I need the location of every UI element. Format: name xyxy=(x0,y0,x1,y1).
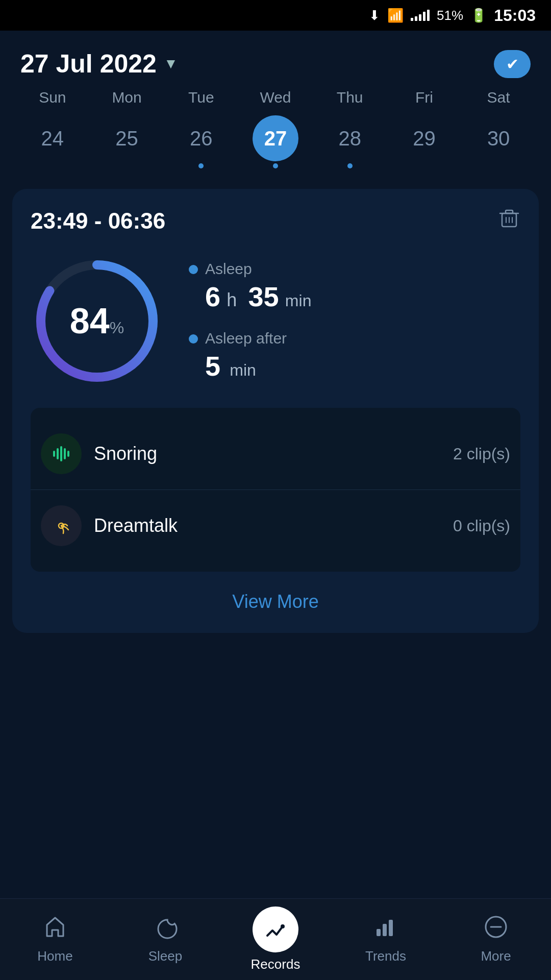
date-number[interactable]: 26 xyxy=(178,115,224,161)
date-number[interactable]: 29 xyxy=(401,115,447,161)
asleep-value: 6 h 35 min xyxy=(189,281,520,312)
date-cell-30[interactable]: 30 xyxy=(461,115,536,168)
status-icons: ⬇ 📶 51% 🔋 15:03 xyxy=(369,6,536,25)
nav-more[interactable]: More xyxy=(441,915,551,964)
bottom-nav: Home Sleep Records Trends xyxy=(0,898,551,980)
asleep-after-value: 5 min xyxy=(189,350,520,382)
audio-section: Snoring 2 clip(s) Dreamtalk 0 clip(s) xyxy=(31,408,520,572)
date-dropdown-arrow[interactable]: ▼ xyxy=(164,56,178,72)
svg-point-14 xyxy=(281,924,285,928)
trends-icon xyxy=(373,915,398,944)
snoring-item[interactable]: Snoring 2 clip(s) xyxy=(31,418,520,490)
weekday-thu: Thu xyxy=(313,89,387,106)
svg-rect-15 xyxy=(377,929,381,936)
asleep-after-detail: Asleep after 5 min xyxy=(189,330,520,382)
asleep-minutes: 35 xyxy=(248,281,279,312)
download-icon: ⬇ xyxy=(369,8,380,23)
svg-rect-17 xyxy=(389,920,393,936)
header: 27 Jul 2022 ▼ ✔ xyxy=(0,31,551,89)
sleep-time-range: 23:49 - 06:36 xyxy=(31,208,165,234)
nav-home[interactable]: Home xyxy=(0,915,110,964)
asleep-detail: Asleep 6 h 35 min xyxy=(189,260,520,312)
dates-row: 24 25 26 27 28 29 30 xyxy=(15,115,536,168)
asleep-after-minutes: 5 xyxy=(205,351,220,381)
date-number-selected[interactable]: 27 xyxy=(253,115,298,161)
snoring-label: Snoring xyxy=(94,443,157,464)
cloud-sync-button[interactable]: ✔ xyxy=(494,50,531,78)
date-cell-29[interactable]: 29 xyxy=(387,115,462,168)
date-number[interactable]: 24 xyxy=(30,115,76,161)
asleep-label: Asleep xyxy=(205,260,252,278)
nav-records-label: Records xyxy=(251,957,300,972)
asleep-h-unit: h xyxy=(227,289,237,310)
date-cell-24[interactable]: 24 xyxy=(15,115,90,168)
date-number[interactable]: 28 xyxy=(327,115,373,161)
sleep-score-text: 84% xyxy=(70,301,124,341)
svg-rect-16 xyxy=(383,924,387,936)
date-cell-26[interactable]: 26 xyxy=(164,115,238,168)
weekday-fri: Fri xyxy=(387,89,462,106)
date-cell-27[interactable]: 27 xyxy=(238,115,313,168)
status-bar: ⬇ 📶 51% 🔋 15:03 xyxy=(0,0,551,31)
date-selector[interactable]: 27 Jul 2022 ▼ xyxy=(20,49,178,79)
asleep-after-dot xyxy=(189,334,198,344)
weekday-sun: Sun xyxy=(15,89,90,106)
sleep-stats: 84% Asleep 6 h 35 min Asleep xyxy=(31,255,520,387)
sleep-icon xyxy=(153,915,178,944)
signal-icon xyxy=(411,10,430,21)
battery-icon: 🔋 xyxy=(470,8,487,23)
snoring-icon xyxy=(41,433,82,474)
date-number[interactable]: 30 xyxy=(475,115,521,161)
weekday-tue: Tue xyxy=(164,89,238,106)
date-dot xyxy=(347,163,353,168)
snoring-clips: 2 clip(s) xyxy=(453,445,510,463)
svg-rect-2 xyxy=(506,210,513,213)
home-icon xyxy=(43,915,67,944)
weekday-mon: Mon xyxy=(90,89,164,106)
svg-rect-12 xyxy=(67,451,69,457)
nav-more-label: More xyxy=(481,948,511,964)
asleep-hours: 6 xyxy=(205,281,220,312)
sleep-score-unit: % xyxy=(110,318,124,337)
delete-button[interactable] xyxy=(498,207,520,234)
records-icon-bg xyxy=(253,906,298,952)
checkmark-icon: ✔ xyxy=(506,55,519,73)
calendar-strip: Sun Mon Tue Wed Thu Fri Sat 24 25 26 27 … xyxy=(0,89,551,184)
sleep-details: Asleep 6 h 35 min Asleep after 5 min xyxy=(189,260,520,382)
nav-records[interactable]: Records xyxy=(220,906,331,972)
dreamtalk-icon xyxy=(41,505,82,546)
date-dot xyxy=(273,163,278,168)
date-number[interactable]: 25 xyxy=(104,115,150,161)
snoring-left: Snoring xyxy=(41,433,157,474)
sleep-score-circle: 84% xyxy=(31,255,163,387)
nav-sleep[interactable]: Sleep xyxy=(110,915,220,964)
selected-date: 27 Jul 2022 xyxy=(20,49,157,79)
dreamtalk-left: Dreamtalk xyxy=(41,505,178,546)
weekday-sat: Sat xyxy=(461,89,536,106)
nav-trends[interactable]: Trends xyxy=(331,915,441,964)
asleep-after-label: Asleep after xyxy=(205,330,287,347)
date-cell-25[interactable]: 25 xyxy=(90,115,164,168)
sleep-score-value: 84 xyxy=(70,301,110,341)
battery-percent: 51% xyxy=(437,8,463,23)
sleep-card: 23:49 - 06:36 xyxy=(12,189,539,633)
svg-rect-8 xyxy=(53,451,55,457)
more-icon xyxy=(484,915,508,944)
asleep-dot xyxy=(189,265,198,274)
dreamtalk-label: Dreamtalk xyxy=(94,515,178,536)
weekday-wed: Wed xyxy=(238,89,313,106)
svg-rect-11 xyxy=(64,448,66,459)
sleep-time-row: 23:49 - 06:36 xyxy=(31,207,520,234)
view-more-button[interactable]: View More xyxy=(31,572,520,633)
svg-rect-9 xyxy=(57,448,59,459)
weekday-headers: Sun Mon Tue Wed Thu Fri Sat xyxy=(15,89,536,106)
date-cell-28[interactable]: 28 xyxy=(313,115,387,168)
dreamtalk-clips: 0 clip(s) xyxy=(453,517,510,535)
status-time: 15:03 xyxy=(494,6,536,25)
asleep-after-unit: min xyxy=(230,361,256,379)
dreamtalk-item[interactable]: Dreamtalk 0 clip(s) xyxy=(31,490,520,561)
date-dot xyxy=(198,163,204,168)
asleep-min-unit: min xyxy=(285,291,312,310)
nav-sleep-label: Sleep xyxy=(148,948,183,964)
nav-trends-label: Trends xyxy=(365,948,406,964)
